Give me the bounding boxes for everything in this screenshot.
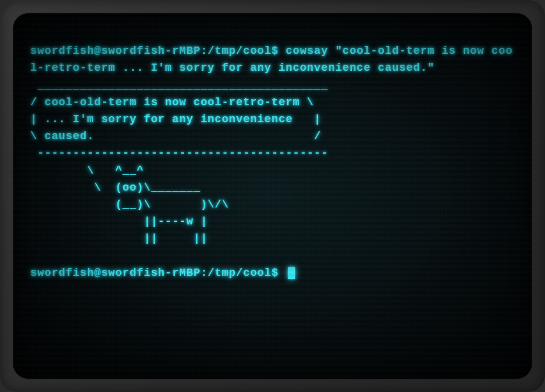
- cowsay-ascii-output: ________________________________________…: [30, 77, 515, 247]
- prompt-path: /tmp/cool: [208, 45, 271, 57]
- prompt-user-host: swordfish@swordfish-rMBP: [30, 45, 200, 57]
- terminal-output[interactable]: swordfish@swordfish-rMBP:/tmp/cool$ cows…: [30, 25, 515, 315]
- command-line-2[interactable]: swordfish@swordfish-rMBP:/tmp/cool$: [30, 264, 515, 281]
- prompt-symbol: $: [271, 45, 279, 57]
- crt-monitor-frame: swordfish@swordfish-rMBP:/tmp/cool$ cows…: [0, 0, 545, 392]
- prompt-symbol: $: [271, 267, 279, 279]
- crt-screen: swordfish@swordfish-rMBP:/tmp/cool$ cows…: [13, 13, 532, 379]
- prompt-path: /tmp/cool: [208, 267, 271, 279]
- cursor-block-icon: [288, 267, 295, 279]
- prompt-user-host: swordfish@swordfish-rMBP: [30, 267, 200, 279]
- command-line-1: swordfish@swordfish-rMBP:/tmp/cool$ cows…: [30, 42, 515, 76]
